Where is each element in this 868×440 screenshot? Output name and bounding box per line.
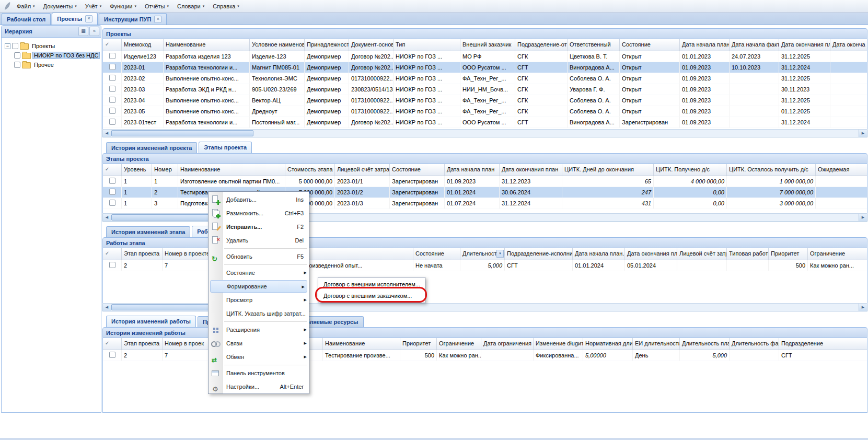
column-header[interactable]: Длительность план.▼	[460, 248, 505, 260]
column-header[interactable]: Дата начала план	[445, 164, 500, 176]
tab-projects[interactable]: Проекты×	[52, 13, 98, 25]
grid-view-icon[interactable]: ▦	[78, 27, 88, 36]
column-header[interactable]: Номер в проек	[163, 338, 210, 350]
column-header[interactable]: Наименование	[164, 39, 250, 51]
menu-item-toolbar-panel[interactable]: Панель инструментов	[209, 366, 309, 380]
column-header[interactable]: Дата оконча	[830, 39, 867, 51]
row-checkbox-cell[interactable]	[103, 62, 122, 73]
column-header[interactable]: ЦИТК. Осталось получить д/с	[727, 164, 816, 176]
row-checkbox-cell[interactable]	[103, 106, 122, 117]
column-header[interactable]: Изменение długител	[534, 338, 583, 350]
column-header[interactable]: Этап проекта	[122, 248, 163, 260]
row-checkbox-cell[interactable]	[103, 95, 122, 106]
column-header[interactable]: Документ-основан	[349, 39, 394, 51]
row-checkbox-cell[interactable]	[103, 198, 122, 209]
table-row[interactable]: 2023-01Разработка технологии и...Магнит …	[103, 62, 867, 73]
column-header[interactable]: Лицевой счёт затрат	[335, 164, 390, 176]
column-header[interactable]: Ответственный	[568, 39, 620, 51]
column-header[interactable]: Подразделение-исполнитель.	[505, 248, 573, 260]
tree-checkbox[interactable]	[12, 43, 18, 49]
menu-file[interactable]: Файл▾	[13, 2, 39, 11]
checkbox[interactable]	[109, 108, 115, 114]
column-header[interactable]: ЦИТК. Дней до окончания	[562, 164, 654, 176]
tab-stage-change-history[interactable]: История изменений этапа	[106, 226, 190, 237]
checkbox[interactable]	[109, 189, 115, 195]
menu-documents[interactable]: Документы▾	[39, 2, 81, 11]
menu-item-edit[interactable]: Исправить... F2	[209, 220, 309, 234]
column-header[interactable]: Стоимость этапа	[285, 164, 335, 176]
column-header[interactable]: Типовая работа	[727, 248, 769, 260]
scroll-right-icon[interactable]: ▶	[859, 130, 867, 137]
scroll-left-icon[interactable]: ◀	[103, 130, 111, 137]
submenu-item-external-executor-contract[interactable]: Договор с внешним исполнителем...	[319, 279, 424, 290]
close-icon[interactable]: ×	[154, 16, 161, 23]
tree-checkbox[interactable]	[14, 52, 20, 59]
checkbox[interactable]	[109, 352, 115, 358]
tab-project-stages[interactable]: Этапы проекта	[199, 142, 252, 153]
column-header[interactable]: Тип	[394, 39, 460, 51]
column-header[interactable]: Дата окончания пл	[779, 39, 830, 51]
menu-item-extensions[interactable]: Расширения ▶	[209, 323, 309, 337]
collapse-expander-icon[interactable]: −	[5, 43, 10, 49]
submenu-item-external-customer-contract[interactable]: Договор с внешним заказчиком...	[319, 290, 424, 302]
menu-functions[interactable]: Функции▾	[106, 2, 141, 11]
select-all-checkbox[interactable]: ✓	[103, 338, 122, 350]
column-header[interactable]: Дата ограничения	[481, 338, 534, 350]
checkbox[interactable]	[109, 75, 115, 81]
row-checkbox-cell[interactable]	[103, 51, 122, 62]
table-row[interactable]: 2023-04Выполнение опытно-конс...Вектор-А…	[103, 95, 867, 106]
column-header[interactable]: Нормативная длит	[583, 338, 633, 350]
column-header[interactable]: Дата окончания план	[500, 164, 562, 176]
menu-item-duplicate[interactable]: Размножить... Ctrl+F3	[209, 206, 309, 220]
menu-item-state[interactable]: Состояние ▶	[209, 266, 309, 280]
column-header[interactable]: Номер	[152, 164, 178, 176]
select-all-checkbox[interactable]: ✓	[103, 248, 122, 260]
table-row[interactable]: 2023-03Разработка ЭКД и РКД н...905-U020…	[103, 84, 867, 95]
scroll-right-icon[interactable]: ▶	[859, 304, 867, 311]
column-header[interactable]: Ограничение	[808, 248, 867, 260]
column-header[interactable]: Дата начала план.	[680, 39, 730, 51]
checkbox[interactable]	[109, 178, 115, 184]
column-header[interactable]: ЦИТК. Получено д/с	[654, 164, 727, 176]
row-checkbox-cell[interactable]	[103, 84, 122, 95]
row-checkbox-cell[interactable]	[103, 350, 122, 361]
row-checkbox-cell[interactable]	[103, 117, 122, 128]
filter-dropdown-icon[interactable]: ▼	[496, 250, 504, 258]
scroll-left-icon[interactable]: ◀	[103, 214, 111, 221]
menu-item-delete[interactable]: × Удалить Del	[209, 234, 309, 247]
menu-item-refresh[interactable]: ↻ Обновить F5	[209, 250, 309, 263]
column-header[interactable]: Длительность пла	[680, 338, 730, 350]
table-row[interactable]: 2023-02Выполнение опытно-конс...Технолог…	[103, 73, 867, 84]
column-header[interactable]: Наименование	[178, 164, 285, 176]
column-header[interactable]: Мнемокод	[122, 39, 164, 51]
menu-dictionaries[interactable]: Словари▾	[173, 2, 209, 11]
menu-item-citk-cost-code[interactable]: ЦИТК. Указать шифр затрат...	[209, 307, 309, 320]
table-row[interactable]: 2023-05Выполнение опытно-конс...Дредноут…	[103, 106, 867, 117]
tab-desktop[interactable]: Рабочий стол	[2, 13, 51, 25]
column-header[interactable]: Ограничение	[437, 338, 481, 350]
tab-project-change-history[interactable]: История изменений проекта	[106, 142, 197, 153]
scrollbar-thumb[interactable]	[111, 130, 253, 136]
checkbox[interactable]	[109, 119, 115, 125]
menu-item-exchange[interactable]: ⇄ Обмен ▶	[209, 350, 309, 364]
column-header[interactable]: Уровень	[122, 164, 152, 176]
column-header[interactable]: Дата окончания план	[625, 248, 677, 260]
table-row[interactable]: 2023-01тестРазработка технологии и...Пос…	[103, 117, 867, 128]
column-header[interactable]: Этап проекта	[122, 338, 163, 350]
scroll-left-icon[interactable]: ◀	[103, 304, 111, 311]
column-header[interactable]: Наименование	[323, 338, 400, 350]
scroll-right-icon[interactable]: ▶	[859, 214, 867, 221]
checkbox[interactable]	[109, 86, 115, 92]
tab-work-change-history[interactable]: История изменений работы	[106, 316, 196, 327]
column-header[interactable]: Ожидаемая	[816, 164, 867, 176]
column-header[interactable]: Лицевой счёт затр	[677, 248, 727, 260]
column-header[interactable]: Состояние	[620, 39, 680, 51]
column-header[interactable]: Принадлежность	[305, 39, 349, 51]
column-header[interactable]: Длительность фак	[730, 338, 779, 350]
table-row[interactable]: Изделие123Разработка изделия 123Изделие-…	[103, 51, 867, 62]
checkbox[interactable]	[109, 97, 115, 103]
tree-checkbox[interactable]	[14, 62, 20, 68]
menu-item-links[interactable]: Связи ▶	[209, 337, 309, 350]
column-header[interactable]: Приоритет	[400, 338, 437, 350]
menu-item-add[interactable]: Добавить... Ins	[209, 193, 309, 206]
